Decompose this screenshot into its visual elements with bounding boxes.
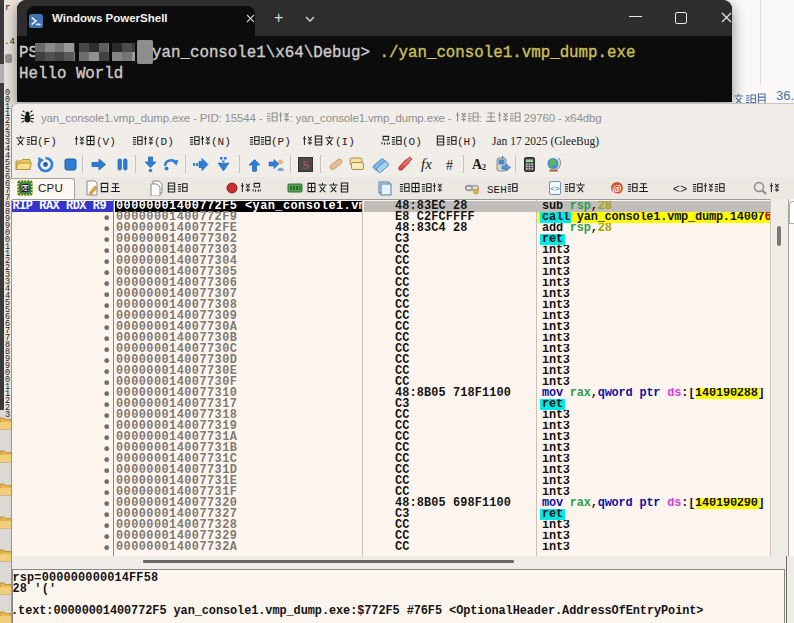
svg-text:64: 64 [21, 185, 29, 192]
svg-text:S: S [302, 158, 309, 172]
svg-text:@: @ [612, 183, 621, 194]
svg-text:<>: <> [673, 183, 687, 197]
svg-text:2: 2 [482, 163, 486, 172]
svg-text:#: # [446, 158, 453, 173]
svg-text:<>: <> [550, 184, 560, 193]
svg-text:fx: fx [421, 156, 432, 172]
